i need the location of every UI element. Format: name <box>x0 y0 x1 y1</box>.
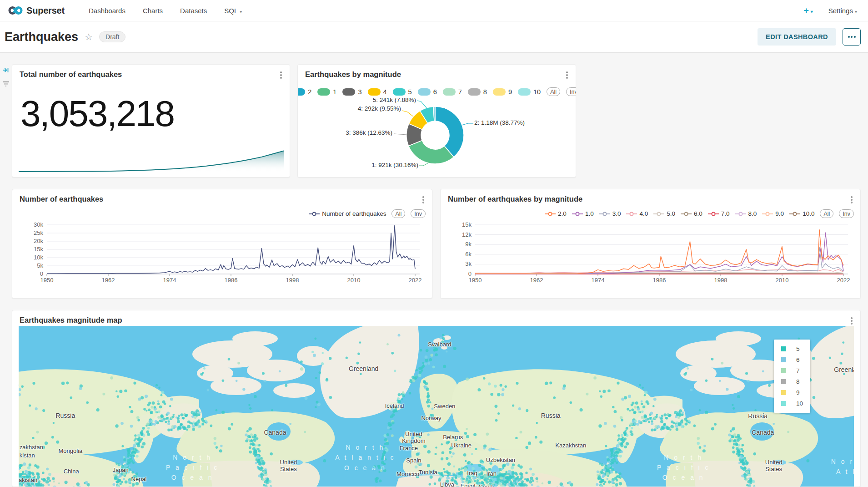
map-place-label: kistan <box>20 452 35 459</box>
legend-item-4[interactable]: 4 <box>368 88 387 96</box>
page-title: Earthquakes <box>5 30 78 44</box>
filter-rail <box>2 66 12 88</box>
svg-text:0: 0 <box>40 270 43 277</box>
svg-text:15k: 15k <box>34 246 43 253</box>
all-toggle-pill[interactable]: All <box>547 87 560 96</box>
map-place-label: Morocco <box>396 471 419 478</box>
svg-text:3k: 3k <box>465 260 472 267</box>
map-place-label: Iran <box>487 471 497 477</box>
legend-item-6[interactable]: 6 <box>418 88 437 96</box>
legend-item-9.0[interactable]: 9.0 <box>762 210 784 217</box>
top-nav: Superset Dashboards Charts Datasets SQL▾… <box>0 0 868 21</box>
map-legend-item-8: 8 <box>781 378 803 385</box>
map-place-label: Spain <box>406 457 421 464</box>
map-place-label: United States <box>757 459 791 473</box>
filter-icon[interactable] <box>2 80 10 88</box>
legend-swatch <box>368 88 381 96</box>
svg-text:15k: 15k <box>462 221 472 228</box>
legend-item-number-of-earthquakes[interactable]: Number of earthquakes <box>309 210 386 217</box>
map-place-label: akistan <box>19 477 37 483</box>
settings-menu[interactable]: Settings▾ <box>828 7 857 15</box>
chart-menu-kebab-icon[interactable] <box>848 316 856 326</box>
inv-toggle-pill[interactable]: Inv <box>566 87 576 96</box>
map-place-label: Egypt <box>461 482 476 487</box>
svg-text:1962: 1962 <box>530 277 543 284</box>
svg-text:1974: 1974 <box>163 277 176 284</box>
legend-swatch <box>393 88 406 96</box>
inv-toggle-pill[interactable]: Inv <box>839 209 854 218</box>
svg-text:12k: 12k <box>462 231 472 238</box>
map-place-label: United Kingdom <box>397 431 431 445</box>
chart-menu-kebab-icon[interactable] <box>277 70 285 80</box>
edit-dashboard-button[interactable]: EDIT DASHBOARD <box>758 28 836 46</box>
favorite-star-icon[interactable]: ☆ <box>85 31 93 42</box>
nav-charts[interactable]: Charts <box>143 7 163 15</box>
map-place-label: Norway <box>421 415 441 421</box>
map-ocean-label: N o r t hA t l a <box>831 456 854 477</box>
legend-item-8.0[interactable]: 8.0 <box>735 210 757 217</box>
legend-item-4.0[interactable]: 4.0 <box>626 210 648 217</box>
legend-item-10.0[interactable]: 10.0 <box>789 210 814 217</box>
map-legend-item-7: 7 <box>781 367 803 374</box>
map-place-label: Svalbard <box>428 341 451 348</box>
map-legend-swatch <box>781 390 786 395</box>
more-options-button[interactable] <box>843 28 861 46</box>
legend-item-1.0[interactable]: 1.0 <box>572 210 594 217</box>
map-legend-item-5: 5 <box>781 345 803 352</box>
legend-swatch <box>468 88 481 96</box>
svg-text:3: 386k (12.63%): 3: 386k (12.63%) <box>346 129 392 136</box>
legend-item-5.0[interactable]: 5.0 <box>653 210 675 217</box>
svg-text:1998: 1998 <box>714 277 728 284</box>
chart-menu-kebab-icon[interactable] <box>419 195 427 205</box>
all-toggle-pill[interactable]: All <box>820 209 833 218</box>
chart-title: Total number of earthquakes <box>20 70 122 79</box>
chart-menu-kebab-icon[interactable] <box>848 195 856 205</box>
svg-text:5: 241k (7.88%): 5: 241k (7.88%) <box>373 96 416 103</box>
svg-text:2022: 2022 <box>837 277 850 284</box>
svg-text:1986: 1986 <box>653 277 666 284</box>
legend-item-7.0[interactable]: 7.0 <box>708 210 730 217</box>
map-legend-swatch <box>781 357 786 362</box>
nav-sql[interactable]: SQL▾ <box>224 7 242 15</box>
nav-dashboards[interactable]: Dashboards <box>89 7 125 15</box>
svg-text:20k: 20k <box>34 238 43 244</box>
map-place-label: Mongolia <box>59 448 83 455</box>
legend-item-7[interactable]: 7 <box>443 88 462 96</box>
map-legend-swatch <box>781 379 786 384</box>
map-place-label: Iceland <box>385 402 404 409</box>
legend-item-6.0[interactable]: 6.0 <box>681 210 702 217</box>
svg-text:1986: 1986 <box>225 277 238 284</box>
superset-logo[interactable]: Superset <box>8 5 65 16</box>
legend-swatch <box>493 88 506 96</box>
nav-datasets[interactable]: Datasets <box>180 7 207 15</box>
legend-swatch <box>418 88 431 96</box>
card-number-of-earthquakes: Number of earthquakes Number of earthqua… <box>12 189 432 299</box>
map-place-label: Iraq <box>467 470 477 477</box>
legend-item-10[interactable]: 10 <box>518 88 541 96</box>
donut-chart: 5: 241k (7.88%)4: 292k (9.55%)3: 386k (1… <box>298 65 576 178</box>
legend-item-2.0[interactable]: 2.0 <box>545 210 567 217</box>
legend-item-8[interactable]: 8 <box>468 88 487 96</box>
map-place-label: Belarus <box>443 434 463 441</box>
legend-item-9[interactable]: 9 <box>493 88 512 96</box>
legend-item-5[interactable]: 5 <box>393 88 412 96</box>
chart-title: Earthquakes by magnitude <box>305 70 401 79</box>
chart-title: Number of earthquakes <box>20 195 103 203</box>
legend-item-2[interactable]: 2 <box>297 88 311 96</box>
legend-item-1[interactable]: 1 <box>317 88 336 96</box>
svg-text:9k: 9k <box>465 241 472 248</box>
svg-text:30k: 30k <box>34 221 43 228</box>
world-map[interactable]: 5678910 SvalbardGreenlandGreenlandIcelan… <box>19 326 854 487</box>
legend-item-3.0[interactable]: 3.0 <box>599 210 621 217</box>
map-place-label: zakhstan <box>20 444 43 451</box>
legend-item-3[interactable]: 3 <box>342 88 361 96</box>
dashboard-page: Superset Dashboards Charts Datasets SQL▾… <box>0 0 868 487</box>
series-legend: Number of earthquakesAllInv <box>309 209 426 218</box>
line-chart: 03k6k9k12k15k195019621974198619982010202… <box>448 218 854 296</box>
inv-toggle-pill[interactable]: Inv <box>411 209 426 218</box>
map-place-label: Uzbekistan <box>486 457 515 463</box>
expand-filters-icon[interactable] <box>2 66 10 74</box>
all-toggle-pill[interactable]: All <box>391 209 405 218</box>
new-item-button[interactable]: +▾ <box>804 5 813 15</box>
chart-menu-kebab-icon[interactable] <box>563 70 571 80</box>
